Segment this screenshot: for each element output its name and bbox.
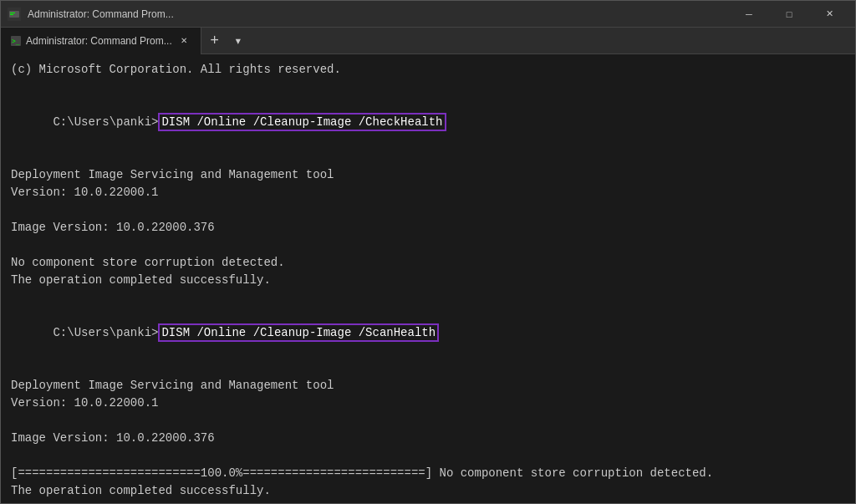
app-icon (8, 8, 21, 21)
maximize-button[interactable]: □ (770, 1, 808, 28)
prompt-prefix-2: C:\Users\panki (53, 326, 151, 339)
blank-line-8 (11, 447, 845, 465)
output2-line4: The operation completed successfully. (11, 482, 845, 500)
minimize-button[interactable]: ─ (730, 1, 768, 28)
title-bar-controls: ─ □ ✕ (730, 1, 848, 28)
blank-line-2 (11, 149, 845, 166)
output2-progress: [==========================100.0%=======… (11, 465, 845, 482)
output2-line2: Version: 10.0.22000.1 (11, 395, 845, 412)
window: Administrator: Command Prom... ─ □ ✕ >_ … (0, 0, 856, 504)
prompt-prefix-1: C:\Users\panki (53, 115, 151, 129)
blank-line-9 (11, 500, 845, 503)
output1-line1: Deployment Image Servicing and Managemen… (11, 166, 845, 184)
tab-close-button[interactable]: ✕ (177, 34, 191, 48)
tab-dropdown-button[interactable]: ▾ (228, 28, 248, 54)
output1-line3: Image Version: 10.0.22000.376 (11, 219, 845, 237)
title-bar: Administrator: Command Prom... ─ □ ✕ (1, 1, 855, 28)
blank-line-7 (11, 412, 845, 430)
title-bar-left: Administrator: Command Prom... (8, 8, 174, 21)
cmd-icon: >_ (11, 36, 21, 46)
blank-line-5 (11, 289, 845, 307)
tab-label: Administrator: Command Prom... (26, 35, 172, 47)
prompt-line-1: C:\Users\panki>DISM /Online /Cleanup-Ima… (11, 96, 845, 149)
copyright-line: (c) Microsoft Corporation. All rights re… (11, 61, 845, 79)
command-1: DISM /Online /Cleanup-Image /CheckHealth (158, 113, 446, 131)
svg-rect-1 (10, 13, 15, 13)
blank-line-3 (11, 201, 845, 219)
output1-line5: The operation completed successfully. (11, 272, 845, 289)
terminal-content: (c) Microsoft Corporation. All rights re… (1, 54, 855, 503)
blank-line-6 (11, 359, 845, 377)
blank-line-4 (11, 237, 845, 254)
command-2: DISM /Online /Cleanup-Image /ScanHealth (158, 323, 439, 342)
output1-line2: Version: 10.0.22000.1 (11, 184, 845, 201)
prompt-line-2: C:\Users\panki>DISM /Online /Cleanup-Ima… (11, 307, 845, 359)
window-title: Administrator: Command Prom... (28, 8, 174, 20)
blank-line-1 (11, 79, 845, 96)
svg-text:>_: >_ (12, 38, 20, 45)
output2-line1: Deployment Image Servicing and Managemen… (11, 377, 845, 395)
close-button[interactable]: ✕ (810, 1, 848, 28)
output2-line3: Image Version: 10.0.22000.376 (11, 430, 845, 447)
output1-line4: No component store corruption detected. (11, 254, 845, 272)
active-tab[interactable]: >_ Administrator: Command Prom... ✕ (1, 28, 201, 54)
svg-rect-2 (10, 14, 13, 15)
tab-bar: >_ Administrator: Command Prom... ✕ + ▾ (1, 28, 855, 54)
new-tab-button[interactable]: + (201, 28, 228, 54)
